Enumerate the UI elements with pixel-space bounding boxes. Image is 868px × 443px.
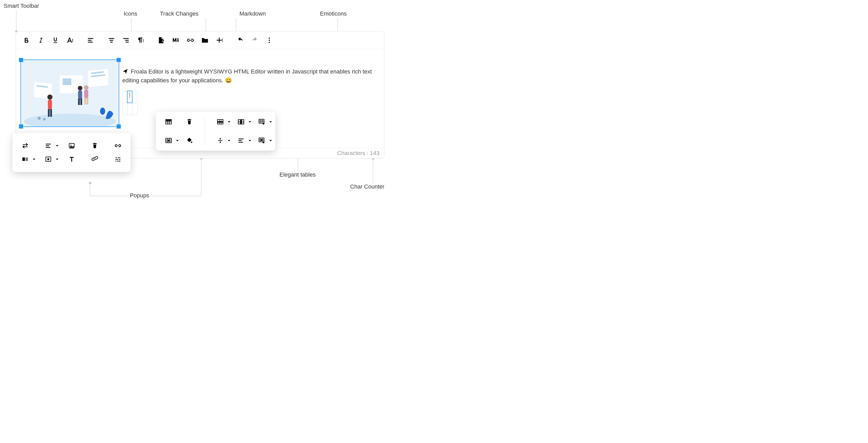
resize-handle-bl[interactable] — [19, 124, 23, 129]
table-halign-button[interactable] — [235, 135, 248, 146]
markdown-button[interactable] — [169, 34, 183, 46]
callout-emoticons: Emoticons — [320, 10, 347, 17]
table-row[interactable] — [123, 103, 137, 115]
image-align-button[interactable] — [42, 140, 55, 151]
text-icon — [68, 156, 75, 163]
svg-rect-16 — [88, 69, 108, 87]
table-style-button[interactable] — [255, 116, 268, 127]
track-changes-button[interactable] — [155, 34, 168, 46]
underline-button[interactable] — [49, 34, 62, 46]
table-background-button[interactable] — [183, 135, 196, 146]
svg-rect-32 — [87, 98, 88, 105]
image-caption-button[interactable] — [65, 140, 78, 151]
image-advanced-button[interactable] — [112, 154, 124, 165]
table-cell-style-button[interactable] — [255, 135, 268, 146]
resize-handle-tl[interactable] — [19, 58, 23, 62]
image-link-button[interactable] — [112, 140, 124, 151]
table-remove-button[interactable] — [183, 116, 196, 127]
svg-point-1 — [72, 40, 73, 41]
svg-point-8 — [222, 41, 223, 42]
svg-point-35 — [43, 118, 46, 121]
svg-point-25 — [78, 86, 83, 90]
selected-image[interactable] — [21, 60, 119, 127]
svg-point-5 — [143, 41, 144, 42]
svg-point-37 — [70, 145, 71, 146]
table-valign-button[interactable] — [214, 135, 227, 146]
table-row-button[interactable] — [214, 116, 227, 127]
paper-plane-icon — [122, 68, 128, 74]
svg-point-29 — [84, 85, 89, 90]
link-icon — [187, 37, 194, 44]
table-cell[interactable] — [123, 91, 127, 103]
svg-point-2 — [72, 41, 73, 42]
table-edit-popup — [156, 112, 275, 151]
redo-icon — [251, 37, 258, 44]
paragraph[interactable]: Froala Editor is a lightweight WYSIWYG H… — [122, 67, 379, 85]
align-center-button[interactable] — [105, 34, 118, 46]
align-right-icon — [122, 37, 130, 44]
swap-icon — [22, 142, 29, 149]
bold-icon — [23, 37, 30, 44]
inserted-table[interactable] — [122, 91, 137, 115]
svg-point-6 — [222, 38, 223, 39]
table-cell[interactable] — [127, 103, 132, 115]
trash-icon — [91, 142, 98, 149]
table-cell[interactable] — [132, 91, 137, 103]
char-label: Characters : — [337, 150, 368, 157]
undo-button[interactable] — [234, 34, 247, 46]
align-center-icon — [108, 37, 115, 44]
image-alt-button[interactable] — [65, 154, 78, 165]
more-rich-button[interactable] — [213, 34, 226, 46]
image-style-button[interactable] — [42, 154, 55, 165]
svg-rect-41 — [26, 159, 28, 159]
svg-point-10 — [269, 39, 270, 41]
svg-rect-53 — [240, 120, 242, 124]
svg-rect-38 — [69, 148, 74, 149]
image-display-button[interactable] — [19, 154, 32, 165]
svg-rect-39 — [22, 158, 25, 161]
svg-point-7 — [222, 40, 223, 40]
svg-point-49 — [191, 141, 192, 143]
star-box-icon — [45, 156, 52, 163]
svg-rect-42 — [26, 160, 28, 160]
callout-smart-toolbar: Smart Toolbar — [4, 3, 39, 9]
svg-rect-30 — [84, 90, 88, 98]
track-changes-icon — [158, 37, 165, 44]
table-cell-selected[interactable] — [127, 91, 132, 103]
svg-rect-28 — [80, 98, 82, 105]
align-left-icon — [87, 37, 94, 44]
svg-rect-40 — [26, 158, 28, 158]
image-size-button[interactable] — [88, 154, 101, 165]
callout-icons: Icons — [124, 10, 137, 17]
svg-rect-15 — [63, 78, 71, 85]
markdown-icon — [172, 37, 180, 44]
file-button[interactable] — [198, 34, 212, 46]
image-replace-button[interactable] — [19, 140, 32, 151]
callout-popups: Popups — [130, 192, 149, 199]
link-button[interactable] — [184, 34, 197, 46]
italic-button[interactable] — [34, 34, 48, 46]
resize-handle-br[interactable] — [117, 124, 121, 129]
align-right-button[interactable] — [119, 34, 133, 46]
redo-button[interactable] — [248, 34, 261, 46]
table-column-button[interactable] — [235, 116, 248, 127]
char-count: 143 — [370, 150, 379, 157]
table-cell[interactable] — [123, 103, 127, 115]
more-misc-button[interactable] — [262, 34, 276, 46]
image-remove-button[interactable] — [88, 140, 101, 151]
table-header-button[interactable] — [162, 116, 175, 127]
table-header-icon — [165, 118, 172, 125]
more-paragraph-button[interactable] — [134, 34, 147, 46]
table-cell-icon — [165, 137, 172, 144]
svg-point-0 — [72, 39, 73, 39]
toolbar — [16, 31, 384, 49]
undo-icon — [237, 37, 244, 44]
table-column-icon — [238, 118, 244, 125]
table-cell-button[interactable] — [162, 135, 175, 146]
bold-button[interactable] — [20, 34, 33, 46]
more-text-button[interactable] — [63, 34, 76, 46]
table-cell[interactable] — [132, 103, 137, 115]
table-row[interactable] — [123, 91, 137, 103]
resize-handle-tr[interactable] — [117, 58, 121, 62]
align-left-button[interactable] — [84, 34, 97, 46]
